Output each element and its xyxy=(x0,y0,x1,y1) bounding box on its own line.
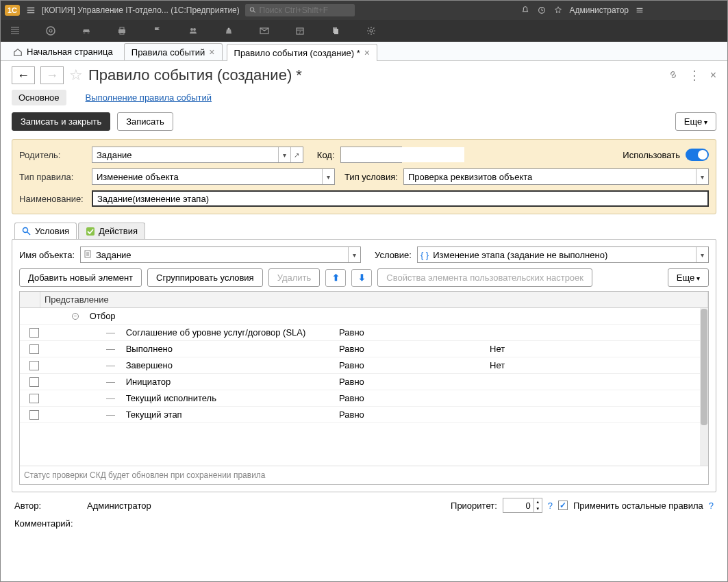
code-input[interactable] xyxy=(340,147,402,163)
print-icon[interactable] xyxy=(116,25,128,37)
subnav-execution[interactable]: Выполнение правила событий xyxy=(79,90,219,105)
chevron-down-icon[interactable]: ▾ xyxy=(696,169,708,184)
svg-rect-4 xyxy=(684,8,690,13)
row-checkbox[interactable] xyxy=(29,328,39,338)
titlebar: 1C [КОПИЯ] Управление IT-отдело... (1С:П… xyxy=(1,1,727,20)
grid-body[interactable]: − Отбор — Соглашение об уровне услуг/дог… xyxy=(20,308,708,466)
svg-point-8 xyxy=(88,32,90,34)
apply-rest-label: Применить остальные правила xyxy=(573,501,703,511)
apply-rest-checkbox[interactable] xyxy=(558,501,568,510)
brackets-icon: { } xyxy=(418,250,429,260)
chevron-down-icon[interactable]: ▾ xyxy=(278,147,290,162)
home-tab[interactable]: Начальная страница xyxy=(6,44,120,60)
tab-rule-create[interactable]: Правило события (создание) * × xyxy=(227,44,378,61)
back-button[interactable]: ← xyxy=(12,66,35,84)
star-icon[interactable] xyxy=(553,5,564,16)
link-icon[interactable] xyxy=(668,69,679,82)
close-page-icon[interactable]: × xyxy=(710,69,716,81)
money-icon[interactable] xyxy=(223,25,235,37)
move-up-button[interactable]: ⬆ xyxy=(325,269,346,287)
element-props-button[interactable]: Свойства элемента пользовательских настр… xyxy=(377,268,592,287)
help-icon[interactable]: ? xyxy=(548,501,553,511)
car-icon[interactable] xyxy=(80,25,92,37)
forward-button[interactable]: → xyxy=(40,66,64,84)
use-toggle[interactable] xyxy=(686,149,709,161)
obj-name-select[interactable]: ▾ xyxy=(80,246,361,263)
author-value: Администратор xyxy=(87,501,151,511)
priority-input[interactable]: ▲▼ xyxy=(503,498,542,513)
svg-point-0 xyxy=(250,8,253,11)
more-button[interactable]: Еще xyxy=(675,112,716,131)
name-label: Наименование: xyxy=(19,194,86,204)
spin-down[interactable]: ▼ xyxy=(534,505,542,512)
docs-icon[interactable] xyxy=(329,25,342,37)
tab-actions[interactable]: Действия xyxy=(78,223,145,239)
users-icon[interactable] xyxy=(187,25,199,37)
name-input[interactable] xyxy=(92,190,709,207)
group-conditions-button[interactable]: Сгруппировать условия xyxy=(147,268,263,287)
maximize-icon[interactable] xyxy=(677,1,697,20)
kebab-icon[interactable]: ⋮ xyxy=(688,68,701,83)
current-user[interactable]: Администратор xyxy=(569,5,629,15)
minimize-icon[interactable] xyxy=(651,1,671,20)
scrollbar[interactable] xyxy=(700,308,708,466)
more-button-2[interactable]: Еще xyxy=(668,268,709,287)
lifebuoy-icon[interactable] xyxy=(45,25,57,37)
close-tab-icon[interactable]: × xyxy=(364,47,370,58)
tabs-row: Начальная страница Правила событий × Пра… xyxy=(1,42,727,61)
svg-line-1 xyxy=(253,11,255,13)
sections-icon[interactable] xyxy=(9,25,21,37)
tab-rules-list[interactable]: Правила событий × xyxy=(124,43,223,60)
cond-select[interactable]: { } ▾ xyxy=(417,246,709,263)
help-icon[interactable]: ? xyxy=(709,501,714,511)
chevron-down-icon[interactable]: ▾ xyxy=(322,169,334,184)
save-close-button[interactable]: Записать и закрыть xyxy=(12,112,110,131)
subnav-main[interactable]: Основное xyxy=(12,90,66,105)
add-element-button[interactable]: Добавить новый элемент xyxy=(19,268,142,287)
home-icon xyxy=(13,47,23,57)
open-icon[interactable]: ↗ xyxy=(290,147,303,162)
bell-icon[interactable] xyxy=(520,5,531,16)
cond-type-select[interactable]: ▾ xyxy=(403,168,709,185)
chevron-down-icon[interactable]: ▾ xyxy=(348,247,360,262)
svg-rect-10 xyxy=(120,27,124,29)
settings-lines-icon[interactable] xyxy=(634,5,645,16)
save-button[interactable]: Записать xyxy=(117,112,173,131)
move-down-button[interactable]: ⬇ xyxy=(351,269,372,287)
priority-label: Приоритет: xyxy=(451,501,497,511)
use-label: Использовать xyxy=(623,150,680,160)
search-input[interactable] xyxy=(245,4,355,16)
obj-name-label: Имя объекта: xyxy=(19,250,75,260)
row-checkbox[interactable] xyxy=(29,394,39,403)
menu-icon[interactable] xyxy=(25,5,36,16)
calendar-icon[interactable]: 7 xyxy=(294,25,306,37)
favorite-icon[interactable]: ☆ xyxy=(69,66,83,84)
row-checkbox[interactable] xyxy=(29,361,39,370)
rule-type-label: Тип правила: xyxy=(19,172,86,182)
spin-up[interactable]: ▲ xyxy=(534,498,542,505)
parent-select[interactable]: ▾ ↗ xyxy=(92,147,303,163)
collapse-icon[interactable]: − xyxy=(72,313,79,320)
flag-icon[interactable] xyxy=(151,25,164,37)
row-checkbox[interactable] xyxy=(29,410,39,420)
tab-conditions[interactable]: Условия xyxy=(14,223,77,239)
doc-icon xyxy=(81,250,92,260)
gear-icon[interactable] xyxy=(365,25,377,37)
page-body: ← → ☆ Правило события (создание) * ⋮ × О… xyxy=(1,61,727,537)
close-icon[interactable] xyxy=(703,1,723,20)
history-icon[interactable] xyxy=(536,5,547,16)
mail-icon[interactable] xyxy=(258,25,271,37)
row-checkbox[interactable] xyxy=(29,377,39,387)
chevron-down-icon[interactable]: ▾ xyxy=(696,247,708,262)
delete-button[interactable]: Удалить xyxy=(268,268,321,287)
svg-line-22 xyxy=(27,232,30,235)
col-representation[interactable]: Представление xyxy=(40,292,708,307)
row-checkbox[interactable] xyxy=(29,344,39,354)
close-tab-icon[interactable]: × xyxy=(209,47,214,58)
page-title: Правило события (создание) * xyxy=(88,66,302,84)
svg-rect-19 xyxy=(334,29,338,34)
svg-point-14 xyxy=(228,28,230,30)
svg-point-6 xyxy=(49,29,52,32)
rule-type-select[interactable]: ▾ xyxy=(92,168,335,185)
search-icon xyxy=(249,6,257,14)
